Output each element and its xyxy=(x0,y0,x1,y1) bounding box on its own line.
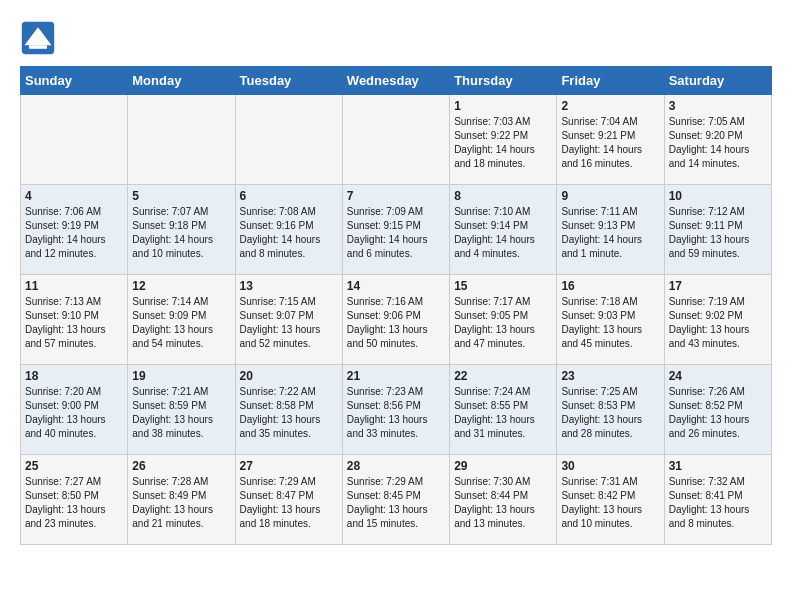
day-number: 8 xyxy=(454,189,552,203)
day-info: Sunrise: 7:23 AM Sunset: 8:56 PM Dayligh… xyxy=(347,385,445,441)
day-info: Sunrise: 7:15 AM Sunset: 9:07 PM Dayligh… xyxy=(240,295,338,351)
day-number: 4 xyxy=(25,189,123,203)
day-number: 6 xyxy=(240,189,338,203)
day-number: 31 xyxy=(669,459,767,473)
calendar-week-row: 4Sunrise: 7:06 AM Sunset: 9:19 PM Daylig… xyxy=(21,185,772,275)
calendar-cell: 23Sunrise: 7:25 AM Sunset: 8:53 PM Dayli… xyxy=(557,365,664,455)
calendar-cell: 30Sunrise: 7:31 AM Sunset: 8:42 PM Dayli… xyxy=(557,455,664,545)
day-info: Sunrise: 7:29 AM Sunset: 8:47 PM Dayligh… xyxy=(240,475,338,531)
calendar-cell: 6Sunrise: 7:08 AM Sunset: 9:16 PM Daylig… xyxy=(235,185,342,275)
day-info: Sunrise: 7:31 AM Sunset: 8:42 PM Dayligh… xyxy=(561,475,659,531)
calendar-cell: 7Sunrise: 7:09 AM Sunset: 9:15 PM Daylig… xyxy=(342,185,449,275)
calendar-cell: 14Sunrise: 7:16 AM Sunset: 9:06 PM Dayli… xyxy=(342,275,449,365)
calendar-week-row: 25Sunrise: 7:27 AM Sunset: 8:50 PM Dayli… xyxy=(21,455,772,545)
day-info: Sunrise: 7:29 AM Sunset: 8:45 PM Dayligh… xyxy=(347,475,445,531)
day-number: 9 xyxy=(561,189,659,203)
calendar-cell: 11Sunrise: 7:13 AM Sunset: 9:10 PM Dayli… xyxy=(21,275,128,365)
day-number: 5 xyxy=(132,189,230,203)
weekday-header: Saturday xyxy=(664,67,771,95)
day-info: Sunrise: 7:19 AM Sunset: 9:02 PM Dayligh… xyxy=(669,295,767,351)
calendar-cell: 31Sunrise: 7:32 AM Sunset: 8:41 PM Dayli… xyxy=(664,455,771,545)
calendar-cell: 17Sunrise: 7:19 AM Sunset: 9:02 PM Dayli… xyxy=(664,275,771,365)
calendar-cell: 4Sunrise: 7:06 AM Sunset: 9:19 PM Daylig… xyxy=(21,185,128,275)
calendar-cell: 2Sunrise: 7:04 AM Sunset: 9:21 PM Daylig… xyxy=(557,95,664,185)
weekday-header: Wednesday xyxy=(342,67,449,95)
day-info: Sunrise: 7:09 AM Sunset: 9:15 PM Dayligh… xyxy=(347,205,445,261)
calendar-cell: 24Sunrise: 7:26 AM Sunset: 8:52 PM Dayli… xyxy=(664,365,771,455)
day-number: 30 xyxy=(561,459,659,473)
calendar-week-row: 18Sunrise: 7:20 AM Sunset: 9:00 PM Dayli… xyxy=(21,365,772,455)
day-info: Sunrise: 7:18 AM Sunset: 9:03 PM Dayligh… xyxy=(561,295,659,351)
day-number: 2 xyxy=(561,99,659,113)
calendar-cell xyxy=(235,95,342,185)
calendar-cell: 28Sunrise: 7:29 AM Sunset: 8:45 PM Dayli… xyxy=(342,455,449,545)
logo-icon xyxy=(20,20,56,56)
weekday-header: Thursday xyxy=(450,67,557,95)
day-number: 26 xyxy=(132,459,230,473)
calendar-cell xyxy=(21,95,128,185)
calendar-cell: 3Sunrise: 7:05 AM Sunset: 9:20 PM Daylig… xyxy=(664,95,771,185)
calendar-cell: 19Sunrise: 7:21 AM Sunset: 8:59 PM Dayli… xyxy=(128,365,235,455)
day-info: Sunrise: 7:03 AM Sunset: 9:22 PM Dayligh… xyxy=(454,115,552,171)
calendar-week-row: 1Sunrise: 7:03 AM Sunset: 9:22 PM Daylig… xyxy=(21,95,772,185)
day-number: 18 xyxy=(25,369,123,383)
calendar-week-row: 11Sunrise: 7:13 AM Sunset: 9:10 PM Dayli… xyxy=(21,275,772,365)
day-number: 22 xyxy=(454,369,552,383)
day-info: Sunrise: 7:26 AM Sunset: 8:52 PM Dayligh… xyxy=(669,385,767,441)
day-number: 25 xyxy=(25,459,123,473)
day-info: Sunrise: 7:08 AM Sunset: 9:16 PM Dayligh… xyxy=(240,205,338,261)
day-info: Sunrise: 7:05 AM Sunset: 9:20 PM Dayligh… xyxy=(669,115,767,171)
calendar-cell xyxy=(128,95,235,185)
day-info: Sunrise: 7:28 AM Sunset: 8:49 PM Dayligh… xyxy=(132,475,230,531)
page-header xyxy=(20,20,772,56)
day-info: Sunrise: 7:04 AM Sunset: 9:21 PM Dayligh… xyxy=(561,115,659,171)
calendar-cell: 26Sunrise: 7:28 AM Sunset: 8:49 PM Dayli… xyxy=(128,455,235,545)
weekday-header: Monday xyxy=(128,67,235,95)
day-info: Sunrise: 7:27 AM Sunset: 8:50 PM Dayligh… xyxy=(25,475,123,531)
day-number: 19 xyxy=(132,369,230,383)
day-info: Sunrise: 7:32 AM Sunset: 8:41 PM Dayligh… xyxy=(669,475,767,531)
day-info: Sunrise: 7:20 AM Sunset: 9:00 PM Dayligh… xyxy=(25,385,123,441)
calendar-cell: 5Sunrise: 7:07 AM Sunset: 9:18 PM Daylig… xyxy=(128,185,235,275)
svg-rect-2 xyxy=(29,45,47,49)
weekday-header: Sunday xyxy=(21,67,128,95)
calendar-cell: 12Sunrise: 7:14 AM Sunset: 9:09 PM Dayli… xyxy=(128,275,235,365)
day-info: Sunrise: 7:30 AM Sunset: 8:44 PM Dayligh… xyxy=(454,475,552,531)
calendar-cell: 27Sunrise: 7:29 AM Sunset: 8:47 PM Dayli… xyxy=(235,455,342,545)
weekday-header-row: SundayMondayTuesdayWednesdayThursdayFrid… xyxy=(21,67,772,95)
day-number: 24 xyxy=(669,369,767,383)
calendar-cell: 29Sunrise: 7:30 AM Sunset: 8:44 PM Dayli… xyxy=(450,455,557,545)
day-info: Sunrise: 7:10 AM Sunset: 9:14 PM Dayligh… xyxy=(454,205,552,261)
day-number: 15 xyxy=(454,279,552,293)
day-number: 11 xyxy=(25,279,123,293)
calendar-cell: 25Sunrise: 7:27 AM Sunset: 8:50 PM Dayli… xyxy=(21,455,128,545)
day-number: 28 xyxy=(347,459,445,473)
day-info: Sunrise: 7:21 AM Sunset: 8:59 PM Dayligh… xyxy=(132,385,230,441)
day-number: 7 xyxy=(347,189,445,203)
day-number: 10 xyxy=(669,189,767,203)
calendar-cell xyxy=(342,95,449,185)
weekday-header: Tuesday xyxy=(235,67,342,95)
day-info: Sunrise: 7:11 AM Sunset: 9:13 PM Dayligh… xyxy=(561,205,659,261)
day-info: Sunrise: 7:25 AM Sunset: 8:53 PM Dayligh… xyxy=(561,385,659,441)
day-number: 13 xyxy=(240,279,338,293)
day-info: Sunrise: 7:07 AM Sunset: 9:18 PM Dayligh… xyxy=(132,205,230,261)
day-number: 20 xyxy=(240,369,338,383)
calendar-cell: 16Sunrise: 7:18 AM Sunset: 9:03 PM Dayli… xyxy=(557,275,664,365)
calendar-cell: 20Sunrise: 7:22 AM Sunset: 8:58 PM Dayli… xyxy=(235,365,342,455)
calendar-cell: 13Sunrise: 7:15 AM Sunset: 9:07 PM Dayli… xyxy=(235,275,342,365)
day-info: Sunrise: 7:12 AM Sunset: 9:11 PM Dayligh… xyxy=(669,205,767,261)
day-info: Sunrise: 7:06 AM Sunset: 9:19 PM Dayligh… xyxy=(25,205,123,261)
calendar-table: SundayMondayTuesdayWednesdayThursdayFrid… xyxy=(20,66,772,545)
calendar-cell: 9Sunrise: 7:11 AM Sunset: 9:13 PM Daylig… xyxy=(557,185,664,275)
calendar-cell: 21Sunrise: 7:23 AM Sunset: 8:56 PM Dayli… xyxy=(342,365,449,455)
day-info: Sunrise: 7:24 AM Sunset: 8:55 PM Dayligh… xyxy=(454,385,552,441)
calendar-cell: 22Sunrise: 7:24 AM Sunset: 8:55 PM Dayli… xyxy=(450,365,557,455)
weekday-header: Friday xyxy=(557,67,664,95)
day-info: Sunrise: 7:13 AM Sunset: 9:10 PM Dayligh… xyxy=(25,295,123,351)
day-number: 21 xyxy=(347,369,445,383)
day-info: Sunrise: 7:17 AM Sunset: 9:05 PM Dayligh… xyxy=(454,295,552,351)
day-number: 23 xyxy=(561,369,659,383)
day-number: 1 xyxy=(454,99,552,113)
day-number: 14 xyxy=(347,279,445,293)
